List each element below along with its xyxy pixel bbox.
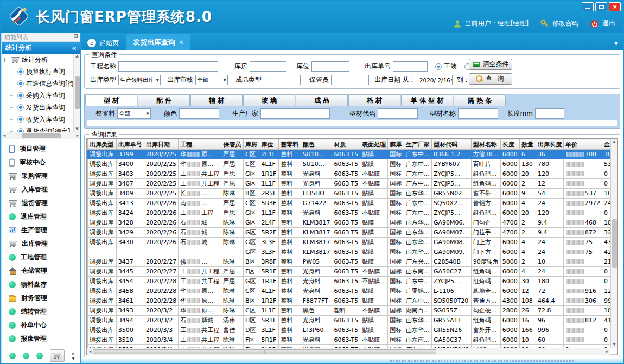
sidebar-module[interactable]: 物料盘存 [2,278,80,291]
table-row[interactable]: 调拨出库34032020/2/25工共工程严思G区1R1F整料光身料6063-T… [87,169,617,179]
column-header[interactable]: 库房 [243,139,259,150]
column-header[interactable]: 保管员 [221,139,244,150]
column-header[interactable]: 出库类型 [88,139,116,150]
collapse-expand-icon[interactable] [4,58,9,62]
table-row[interactable]: 调拨出库34002020/2/25华原…严思C区4L1F整料SU10…6063-… [87,159,617,169]
module-dot-icon[interactable] [23,353,29,359]
stats-section-header[interactable]: 统计分析 « [2,42,80,54]
scroll-up-icon[interactable]: ▲ [613,140,615,144]
scroll-right-icon[interactable]: ► [606,350,609,354]
column-header[interactable]: 生产厂家 [404,139,431,150]
table-row[interactable]: 调拨出库34932020/3/2华原…陈琳C区1L1F整料黑色塑料不贴膜国标湖南… [87,306,617,316]
clear-conditions-button[interactable]: 清空条件 [469,59,512,70]
outbound-no-input[interactable] [393,61,428,72]
scroll-thumb[interactable] [75,76,80,109]
module-dot-icon[interactable] [36,353,43,359]
material-tab[interactable]: 辅 材 [190,94,243,106]
location-input[interactable] [311,61,349,72]
outbound-type-select[interactable]: 生产领料出库 ▼ [118,75,161,85]
table-row[interactable]: 调拨出库34072020/2/25工共工程严思G区1L1F整料光身料6063-T… [87,179,617,189]
scroll-down-icon[interactable]: ▼ [75,127,78,131]
tab-home[interactable]: ⌂ 起始页 [83,36,126,50]
column-header[interactable]: 膜厚 [388,139,404,150]
scroll-thumb[interactable]: ||| [93,349,436,354]
scroll-left-icon[interactable]: ◄ [3,134,5,138]
table-row[interactable]: 调拨出库34242020/2/26工工程严思G区1L1F整料光身料6063-T5… [87,208,617,218]
sidebar-module[interactable]: 项目管理 [2,142,80,156]
column-header[interactable]: 颜色 [301,139,332,150]
material-tab[interactable]: 成 品 [296,94,348,106]
sidebar-module[interactable]: 结转管理 [2,305,80,318]
maximize-button[interactable] [595,2,607,11]
project-name-input[interactable] [118,61,218,72]
column-header[interactable]: 材质 [332,139,360,150]
table-row[interactable]: 调拨出库34452020/2/27工共工程严思F区5R1F整料光身料6063-T… [87,267,617,277]
column-header[interactable]: 库位 [259,139,279,150]
material-tab[interactable]: 单 体 型 材 [401,94,453,106]
table-row[interactable]: 调拨出库34292020/2/26石城陈琳G区5R2F整料KLM38176063… [87,228,617,238]
sidebar-module[interactable]: 补单中心 [2,318,80,332]
tab-close-icon[interactable]: × [179,39,184,46]
outbound-audit-select[interactable]: 全部 ▼ [195,75,228,85]
table-row[interactable]: 调拨出库34942020/3/2石辉城汤伟H区5R1F整料光身料6063-T5贴… [87,316,617,325]
column-header[interactable]: 单价 [563,139,602,150]
change-password-link[interactable]: 修改密码 [552,19,578,28]
sidebar-module[interactable]: 退货管理 [2,196,80,210]
sidebar-module[interactable]: 出库管理 [2,237,80,251]
manufacturer-input[interactable] [260,108,330,119]
table-row[interactable]: 调拨出库34282020/2/26石城陈琳G区2L4F整料KLM38176063… [87,218,617,228]
scroll-thumb[interactable] [22,133,61,138]
column-header[interactable]: 出库日期 [144,139,178,150]
table-row[interactable]: 调拨出库34372020/2/27佛…陈琳B区3R8F整料PW056063-T5… [87,257,617,267]
sidebar-module[interactable]: 报废管理 [2,332,80,346]
color-input[interactable] [179,108,219,119]
material-tab[interactable]: 耗 材 [348,94,400,106]
profile-code-input[interactable] [378,108,418,119]
sidebar-module[interactable]: 入库管理 [2,183,80,196]
length-input[interactable] [535,108,564,119]
tree-item[interactable]: 采购入库查询 [2,90,80,101]
chevron-down-icon[interactable]: ▼ [72,357,75,360]
column-header[interactable]: 型材代码 [431,139,471,150]
scroll-down-icon[interactable]: ▼ [613,343,615,347]
tree-item[interactable]: 在途信息查询[待 [2,78,80,90]
tab-overflow-icon[interactable]: ▼ [614,41,618,46]
table-row[interactable]: 调拨出库34132020/2/26南…严思C区5R3F整料G714226063-… [87,199,617,208]
table-row[interactable]: 调拨出库33992020/2/25华原…严思C区2L1F整料SU10…6063-… [87,150,617,159]
scroll-up-icon[interactable]: ▲ [75,54,78,58]
sidebar-module[interactable]: 采购管理 [2,169,80,183]
scroll-thumb[interactable] [612,219,617,268]
pin-icon[interactable] [73,34,78,40]
sidebar-module[interactable]: 生产管理 [2,223,80,237]
tree-item[interactable]: 收货入库查询 [2,113,80,125]
cart-module-button[interactable] [50,349,65,362]
sidebar-module[interactable]: 退库管理 [2,210,80,223]
minimize-button[interactable] [582,2,594,11]
vertical-scrollbar[interactable]: ▲ ▼ [610,139,617,348]
collapse-icon[interactable]: « [72,44,77,52]
column-header[interactable]: 长度 [500,139,519,150]
whole-piece-select[interactable]: 全部 ▼ [117,108,151,119]
tree-root-node[interactable]: 统计分析 [2,54,80,66]
gongzhuang-radio[interactable]: 工装 [435,62,457,71]
module-dot-icon[interactable] [9,353,16,359]
column-header[interactable]: 数量 [519,139,536,150]
profile-name-input[interactable] [458,108,498,119]
date-from-select[interactable]: 2020/ 2/16 ▼ [418,75,453,85]
sidebar-module[interactable]: 财务管理 [2,291,80,305]
warehouse-input[interactable] [250,61,286,72]
table-row[interactable]: G区3L3F整料KLM38176063-T5贴膜国标山东华…GA90M09.门下… [87,247,617,257]
sidebar-module[interactable]: 仓储管理 [2,264,80,278]
table-row[interactable]: 调拨出库34582020/2/28华原…陈琳C区4L1F整料光身料6063-T5… [87,286,617,296]
sidebar-module[interactable]: 工地管理 [2,251,80,264]
search-button[interactable]: 查 询 [469,73,512,85]
column-header[interactable]: 出库单号 [116,139,144,150]
material-tab[interactable]: 玻 璃 [243,94,295,106]
column-header[interactable]: 表面处理 [360,139,388,150]
table-row[interactable]: 调拨出库35102020/3/4工共工程陈琳F区5R1F整料光身料6063-T5… [87,335,617,345]
tree-horizontal-scrollbar[interactable]: ◄ ► [2,132,80,139]
table-row[interactable]: 调拨出库34612020/2/28华原…陈琳B区1R2F整料F8877FT606… [87,296,617,306]
material-tab[interactable]: 配 件 [138,94,190,106]
column-header[interactable]: 整零料 [279,139,301,150]
horizontal-scrollbar[interactable]: ◄ ||| ► [87,348,610,355]
